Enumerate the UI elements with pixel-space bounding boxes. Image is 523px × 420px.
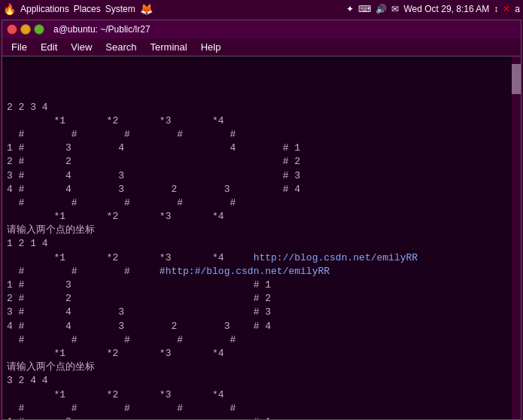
network-icon: ↕ (494, 4, 498, 14)
places-menu[interactable]: Places (74, 4, 101, 14)
line-13: # # # #http:#/blog.csdn.net/emilyRR (7, 266, 330, 277)
power-icon: ✕ (503, 4, 510, 14)
line-12: *1 *2 *3 *4 http://blog.csdn.net/emilyRR (7, 252, 418, 263)
close-button[interactable] (7, 24, 17, 35)
bluetooth-icon: ✦ (346, 4, 354, 14)
line-8: # # # # # (7, 197, 236, 208)
menu-terminal[interactable]: Terminal (144, 40, 193, 54)
scrollbar-thumb[interactable] (512, 64, 521, 94)
line-18: # # # # # (7, 334, 236, 345)
line-6: 3 # 4 3 # 3 (7, 170, 300, 181)
line-3: # # # # # (7, 129, 236, 140)
system-bar-left: 🔥 Applications Places System 🦊 (3, 3, 153, 15)
line-4: 1 # 3 4 4 # 1 (7, 142, 300, 154)
link-2: http:#/blog.csdn.net/emilyRR (166, 266, 330, 277)
firefox-icon: 🦊 (140, 3, 153, 15)
terminal-output[interactable]: 2 2 3 4 *1 *2 *3 *4 # # # # # 1 # 3 4 4 … (2, 56, 521, 419)
window-controls (7, 24, 44, 35)
volume-icon: 🔊 (376, 4, 387, 14)
keyboard-icon: ⌨ (358, 4, 371, 14)
line-1: 2 2 3 4 (7, 102, 48, 113)
line-24: 1 # 3 # 1 (7, 416, 271, 419)
line-17: 4 # 4 3 2 3 # 4 (7, 321, 271, 332)
line-21: 3 2 4 4 (7, 375, 48, 386)
user-label: a (515, 4, 520, 14)
menu-edit[interactable]: Edit (35, 40, 63, 54)
maximize-button[interactable] (34, 24, 44, 35)
line-20: 请输入两个点的坐标 (7, 361, 95, 373)
system-menu[interactable]: System (105, 4, 135, 14)
datetime-display: Wed Oct 29, 8:16 AM (403, 4, 489, 14)
menu-view[interactable]: View (65, 40, 98, 54)
line-15: 2 # 2 # 2 (7, 293, 271, 304)
menu-help[interactable]: Help (195, 40, 227, 54)
line-10: 请输入两个点的坐标 (7, 224, 95, 236)
line-22: *1 *2 *3 *4 (7, 389, 224, 400)
minimize-button[interactable] (20, 24, 31, 35)
window-title: a@ubuntu: ~/Public/lr27 (53, 24, 151, 35)
line-23: # # # # # (7, 403, 236, 414)
applications-menu[interactable]: Applications (20, 4, 69, 14)
system-bar: 🔥 Applications Places System 🦊 ✦ ⌨ 🔊 ✉ W… (0, 0, 523, 18)
menu-file[interactable]: File (5, 40, 33, 54)
line-19: *1 *2 *3 *4 (7, 348, 224, 359)
line-16: 3 # 4 3 # 3 (7, 306, 271, 318)
email-icon: ✉ (391, 4, 399, 14)
scrollbar[interactable] (512, 56, 521, 419)
link-1: http://blog.csdn.net/emilyRR (254, 252, 418, 263)
flame-icon: 🔥 (3, 3, 16, 15)
menu-search[interactable]: Search (99, 40, 142, 54)
system-bar-right: ✦ ⌨ 🔊 ✉ Wed Oct 29, 8:16 AM ↕ ✕ a (346, 4, 520, 14)
line-7: 4 # 4 3 2 3 # 4 (7, 184, 300, 195)
terminal-text-area: 2 2 3 4 *1 *2 *3 *4 # # # # # 1 # 3 4 4 … (7, 87, 516, 419)
line-5: 2 # 2 # 2 (7, 156, 300, 167)
window-titlebar: a@ubuntu: ~/Public/lr27 (2, 20, 521, 38)
line-9: *1 *2 *3 *4 (7, 211, 224, 222)
line-2: *1 *2 *3 *4 (7, 115, 224, 126)
menu-bar: File Edit View Search Terminal Help (2, 38, 521, 56)
line-11: 1 2 1 4 (7, 238, 48, 249)
terminal-window: a@ubuntu: ~/Public/lr27 File Edit View S… (2, 20, 521, 420)
line-14: 1 # 3 # 1 (7, 279, 271, 291)
